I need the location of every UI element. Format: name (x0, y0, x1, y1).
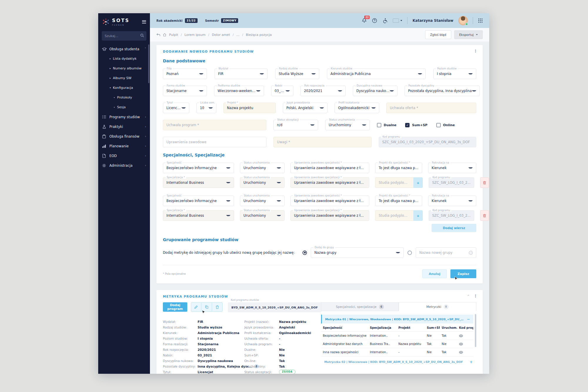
rodzaj-studiow-select[interactable]: Rodzaj studiówStudia Wyższe (275, 69, 319, 79)
delete-icon-button[interactable] (212, 302, 223, 312)
metryczka-row[interactable]: Administgrator baz danych Business Tra..… (321, 340, 473, 348)
avatar[interactable] (458, 16, 468, 25)
liczba-semestrow-select[interactable]: Liczba sem.10 (196, 103, 216, 113)
language-selector[interactable] (393, 19, 402, 23)
sidebar-search-input[interactable] (102, 31, 146, 41)
specjalnosc-select[interactable]: SpecjalnośćBezpieczeństwo Informacyjne (163, 196, 234, 206)
sidebar-item-albumy-sw[interactable]: ▸Albumy SW (98, 73, 150, 83)
checkbox-sum-sp[interactable]: ✓Sum+SP (405, 123, 427, 127)
metryczka-row[interactable]: Bezpieczeństwo informacyjne Internation.… (321, 332, 473, 340)
sidebar-item-administracja[interactable]: Administracja › (98, 161, 150, 170)
checkbox-dualne[interactable]: Dualne (377, 123, 396, 127)
sidebar-item-obsluga-finansow[interactable]: Obsługa finansów › (98, 131, 150, 141)
user-name[interactable]: Katarzyna Stanisław (412, 19, 453, 23)
uprawnienia-specjalizacji-input[interactable]: Uprawnienia zawodowe specjalizacji *Upra… (290, 177, 369, 188)
back-arrow-icon[interactable] (156, 33, 160, 36)
kebab-menu-icon[interactable]: ⋮ (474, 294, 477, 298)
status-uruchomienia-select[interactable]: Status uruchomieniaUruchomiony (325, 120, 370, 130)
status-select[interactable]: Status uruchomieniaUruchomiony (240, 196, 285, 206)
status-select[interactable]: Status uruchomieniaUruchomiony (240, 177, 285, 188)
eye-icon[interactable] (459, 351, 472, 354)
status-select[interactable]: Status uruchomieniaUruchomiony (240, 163, 285, 173)
home-icon[interactable] (163, 33, 166, 36)
help-icon[interactable] (372, 18, 377, 23)
breadcrumb-item[interactable]: Lorem ipsum (185, 33, 206, 37)
sidebar-item-programy-studiow[interactable]: Programy studiów › (98, 112, 150, 122)
podforma-select[interactable]: Podforma studiówWieczorowo-weekendowa (214, 86, 264, 96)
metryczka-01-header[interactable]: Metryczka 01 | Wieczorowe, Weekendowe | … (321, 315, 473, 323)
add-row-button[interactable]: Dodaj wiersz (432, 224, 476, 232)
studia-podyplomowe-input[interactable]: Studia podyplomowe * (375, 177, 413, 188)
sidebar-item-planowanie[interactable]: Planowanie › (98, 141, 150, 151)
metryczka-row[interactable]: Inna nazwa specjalności Internation.. - … (321, 348, 473, 356)
studia-podyplomowe-input[interactable]: Studia podyplomowe * (375, 210, 413, 221)
poziom-select[interactable]: Poziom studiówI stopnia (433, 69, 476, 79)
sidebar-item-protokoly[interactable]: •Protokoły (98, 93, 150, 102)
add-postgraduate-button[interactable]: + (413, 210, 423, 221)
projekt-input[interactable]: Projekt *Nazwa projektu (223, 103, 276, 113)
projekt-specjalnosci-input[interactable]: Projekt dla specjalności *To jest długa … (375, 196, 422, 206)
content-scroll-area[interactable]: DODAWANIE NOWEGO PROGRAMU STUDIÓW ⋮ Dane… (150, 41, 489, 374)
breadcrumb-item[interactable]: Pulpit (169, 33, 178, 37)
kebab-menu-icon[interactable]: ⋮ (474, 49, 477, 53)
wydzial-select[interactable]: WydziałFIR (215, 69, 268, 79)
uprawnienia-specjalnosci-input[interactable]: Uprawnienia zawodowe specjalności *Upraw… (290, 196, 369, 206)
sidebar-item-praktyki[interactable]: Praktyki › (98, 122, 150, 131)
filia-select[interactable]: FiliaPoznań (163, 69, 207, 79)
tab-specjalnosci[interactable]: Specjalności, specjalizacje 6 (321, 302, 399, 311)
pozostale-dyscypliny-select[interactable]: Pozostałe dyscyplinyPozostała dyscyplina… (405, 86, 480, 96)
delete-row-button[interactable] (480, 177, 489, 188)
accessibility-icon[interactable] (382, 18, 388, 24)
menu-toggle-icon[interactable] (142, 19, 146, 24)
collapse-minus-icon[interactable]: − (465, 317, 470, 321)
breadcrumb-item[interactable]: Dolor amet (212, 33, 230, 37)
sidebar-item-numery-albumow[interactable]: ▸Numery albumów (98, 64, 150, 73)
expand-plus-icon[interactable]: + (467, 360, 473, 364)
specjalnosc-select[interactable]: SpecjalnośćBezpieczeństwo Informacyjne (163, 163, 234, 173)
new-group-input[interactable]: Nazwa nowej grupyi (416, 247, 476, 258)
notifications-bell-icon[interactable]: 22 (362, 18, 367, 23)
cancel-button[interactable]: Anuluj (422, 269, 447, 278)
rekrutacja-select[interactable]: Rekrutacja naKierunek (428, 196, 476, 206)
uwagi-input[interactable]: Uwagi * (273, 137, 372, 147)
eye-icon[interactable] (459, 334, 472, 337)
panel-scrollbar[interactable] (475, 314, 476, 347)
uchwala-program-input[interactable]: Uchwała program * (163, 120, 266, 130)
eye-icon[interactable] (459, 343, 472, 346)
rok-rozpoczecia-select[interactable]: Rok rozpoczęcia2020/2021 (300, 86, 346, 96)
copy-icon-button[interactable] (201, 302, 212, 312)
tytul-select[interactable]: TytułLicencjat (163, 103, 189, 113)
sidebar-item-obsluga-studenta[interactable]: Obsługa studenta ˅ (98, 44, 150, 54)
uchwala-oferta-input[interactable]: Uchwała oferta * (386, 103, 476, 113)
export-button[interactable]: Eksportuj (454, 30, 483, 39)
metryczka-02-header[interactable]: Metryczka 02 | Wieczorowe | KOD: BYD_SW_… (321, 356, 473, 365)
sidebar-item-lista-dydaktyk[interactable]: ▸Lista dydaktyk (98, 54, 150, 64)
nabor-select[interactable]: Nabór03_2021 (271, 86, 293, 96)
sidebar-scrollbar[interactable] (148, 44, 149, 83)
edit-icon-button[interactable] (191, 302, 201, 312)
jezyk-select[interactable]: Język prowadzeniaPolski, Angielski (283, 103, 328, 113)
projekt-specjalnosci-input[interactable]: Projekt dla specjalności *To jest długa … (375, 163, 422, 173)
delete-row-button[interactable] (480, 210, 489, 221)
tab-metryczki[interactable]: Metryczki 8 (399, 302, 476, 311)
collapse-icon[interactable]: ⌃ (467, 294, 470, 298)
sidebar-item-konfiguracja[interactable]: ▾Konfiguracja (98, 83, 150, 93)
group-select[interactable]: Dodaj do grupyNazwa grupy (311, 247, 404, 258)
uprawnienia-specjalizacji-input[interactable]: Uprawnienia zawodowe specjalizacji *Upra… (290, 210, 369, 221)
kierunek-select[interactable]: Kierunek studiówAdministracja Publiczna (327, 69, 426, 79)
profil-select[interactable]: Profil kształceniaOgólnoakademicki (335, 103, 379, 113)
breadcrumb-item-ellipsis[interactable]: ... (236, 33, 240, 37)
status-select[interactable]: Status uruchomieniaUruchomiony (240, 210, 285, 221)
radio-new-group[interactable] (407, 251, 412, 255)
radio-existing-group[interactable] (303, 251, 307, 255)
add-postgraduate-button[interactable]: + (413, 177, 423, 188)
sidebar-item-eod[interactable]: EOD › (98, 151, 150, 161)
apps-grid-icon[interactable] (478, 18, 483, 23)
report-error-button[interactable]: Zgłoś błąd (425, 30, 451, 39)
add-program-button[interactable]: Dodaj program (163, 302, 187, 312)
specjalizacja-select[interactable]: Specjalizacja *International Business (163, 210, 234, 221)
status-akceptacji-select[interactable]: Status akceptacjin/d (273, 120, 318, 130)
save-button[interactable]: Zapisz (450, 269, 476, 278)
uprawnienia-specjalnosci-input[interactable]: Uprawnienia zawodowe specjalności *Upraw… (290, 163, 369, 173)
rekrutacja-select[interactable]: Rekrutacja naKierunek (428, 163, 476, 173)
